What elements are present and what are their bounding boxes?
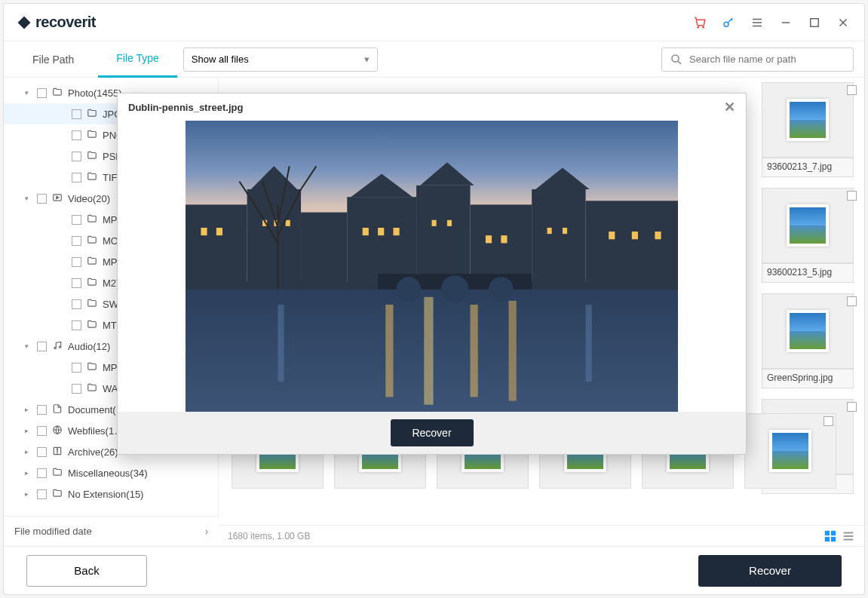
tab-file-type[interactable]: File Type [98, 41, 177, 78]
tree-icon [51, 446, 63, 458]
tree-icon [86, 298, 98, 311]
tab-file-path[interactable]: File Path [14, 41, 92, 78]
thumb-checkbox[interactable] [847, 191, 857, 201]
preview-header: Dublin-pennis_street.jpg ✕ [118, 94, 746, 121]
thumb-checkbox[interactable] [824, 416, 833, 426]
tree-icon [86, 361, 98, 374]
tree-checkbox[interactable] [37, 194, 47, 204]
tree-icon [86, 256, 98, 268]
tree-checkbox[interactable] [72, 173, 81, 182]
svg-point-8 [59, 346, 60, 348]
caret-icon: ▾ [25, 89, 32, 97]
caret-icon: ▾ [25, 195, 32, 202]
tree-checkbox[interactable] [72, 257, 81, 267]
tree-checkbox[interactable] [37, 426, 47, 436]
list-view-icon[interactable] [842, 529, 855, 543]
caret-icon: ▸ [25, 448, 32, 455]
tree-label: Video(20) [68, 193, 110, 204]
thumbnail[interactable]: 93600213_5.jpg [762, 188, 860, 283]
close-icon[interactable] [836, 15, 851, 30]
tree-checkbox[interactable] [72, 278, 81, 288]
key-icon[interactable] [721, 15, 736, 30]
search-input[interactable] [689, 54, 845, 65]
svg-point-1 [698, 26, 699, 28]
preview-close-icon[interactable]: ✕ [724, 99, 735, 115]
menu-icon[interactable] [750, 15, 765, 30]
tree-checkbox[interactable] [37, 88, 47, 98]
tree-icon [51, 488, 63, 501]
tree-label: Photo(1455) [68, 87, 122, 99]
svg-rect-43 [609, 232, 615, 239]
tree-checkbox[interactable] [72, 152, 81, 161]
search-icon [670, 53, 683, 66]
chevron-right-icon: › [205, 526, 208, 537]
tree-label: Archive(26) [68, 446, 118, 458]
tree-icon [51, 467, 63, 480]
app-name: recoverit [35, 14, 96, 31]
tree-checkbox[interactable] [72, 384, 81, 394]
thumbnail[interactable] [744, 413, 836, 489]
tree-label: Miscellaneous(34) [68, 468, 148, 479]
minimize-icon[interactable] [778, 15, 793, 30]
cart-icon[interactable] [692, 15, 707, 30]
tree-checkbox[interactable] [72, 215, 81, 225]
svg-rect-45 [655, 232, 661, 239]
tree-checkbox[interactable] [72, 320, 81, 330]
svg-rect-50 [385, 305, 393, 397]
caret-icon: ▸ [25, 490, 32, 498]
grid-view-icon[interactable] [824, 529, 837, 543]
tree-checkbox[interactable] [37, 342, 47, 351]
svg-rect-24 [586, 201, 678, 289]
thumb-checkbox[interactable] [847, 402, 857, 412]
svg-rect-14 [831, 536, 836, 541]
caret-icon: ▾ [25, 342, 32, 350]
tree-checkbox[interactable] [72, 236, 81, 246]
svg-rect-17 [186, 204, 247, 289]
svg-point-7 [54, 347, 56, 348]
thumbnail[interactable]: GreenSpring.jpg [762, 293, 860, 388]
thumb-checkbox[interactable] [847, 85, 857, 95]
svg-rect-53 [509, 301, 517, 401]
svg-rect-37 [432, 220, 437, 226]
svg-rect-12 [831, 530, 836, 535]
preview-modal: Dublin-pennis_street.jpg ✕ [117, 93, 747, 455]
filter-dropdown[interactable]: Show all files [183, 48, 378, 72]
svg-rect-40 [501, 235, 507, 243]
recover-button[interactable]: Recover [698, 555, 842, 587]
svg-rect-41 [547, 228, 552, 234]
preview-footer: Recover [118, 412, 746, 454]
tree-checkbox[interactable] [37, 489, 47, 499]
app-window: recoverit File Path File [3, 3, 865, 595]
tree-icon [51, 192, 63, 205]
tree-checkbox[interactable] [37, 468, 47, 478]
tree-icon [86, 277, 98, 290]
thumbnail[interactable]: 93600213_7.jpg [762, 82, 860, 177]
tree-item[interactable]: ▸Miscellaneous(34) [4, 462, 218, 483]
file-modified-date-row[interactable]: File modified date › [4, 516, 219, 546]
svg-rect-54 [278, 305, 284, 382]
caret-icon: ▸ [25, 427, 32, 434]
file-modified-label: File modified date [14, 526, 92, 537]
preview-recover-button[interactable]: Recover [391, 419, 474, 446]
back-button[interactable]: Back [26, 555, 147, 587]
svg-rect-21 [416, 186, 470, 290]
tree-checkbox[interactable] [37, 447, 47, 457]
svg-rect-51 [424, 297, 433, 405]
tree-checkbox[interactable] [72, 130, 81, 140]
svg-rect-4 [811, 18, 819, 26]
tree-icon [86, 108, 98, 121]
tree-checkbox[interactable] [72, 299, 81, 309]
thumb-checkbox[interactable] [847, 296, 857, 306]
tree-item[interactable]: ▸No Extension(15) [4, 483, 218, 504]
svg-rect-23 [532, 189, 585, 290]
preview-image [186, 121, 678, 412]
tree-checkbox[interactable] [72, 109, 81, 119]
tree-checkbox[interactable] [37, 405, 47, 415]
search-box[interactable] [661, 48, 854, 72]
svg-point-47 [397, 277, 422, 302]
tree-checkbox[interactable] [72, 363, 81, 373]
view-toggle [824, 529, 855, 543]
titlebar-actions [692, 15, 851, 30]
maximize-icon[interactable] [807, 15, 822, 30]
svg-rect-34 [363, 228, 369, 235]
